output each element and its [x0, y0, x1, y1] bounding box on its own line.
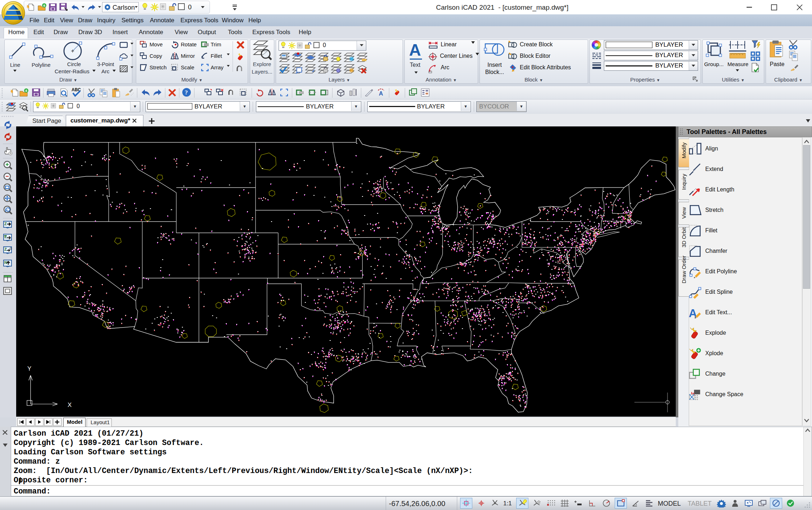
svg-text:Y: Y [27, 365, 31, 372]
svg-text:?: ? [185, 89, 188, 96]
svg-text:Z: Z [4, 222, 7, 226]
svg-text:A: A [379, 91, 383, 97]
svg-text:Z: Z [4, 235, 7, 239]
svg-text:Z: Z [4, 247, 7, 251]
svg-text:X: X [68, 402, 72, 408]
